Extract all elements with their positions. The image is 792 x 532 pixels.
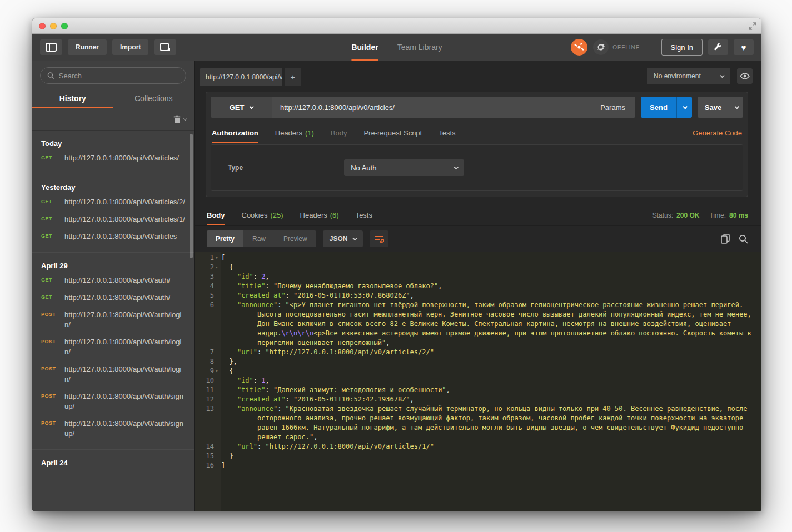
status-badge: 200 OK bbox=[676, 212, 699, 219]
fullscreen-icon[interactable] bbox=[748, 22, 757, 31]
method-badge: GET bbox=[41, 275, 60, 285]
history-item[interactable]: POSThttp://127.0.0.1:8000/api/v0/auth/lo… bbox=[41, 337, 185, 357]
toggle-sidebar-button[interactable] bbox=[40, 39, 62, 55]
method-badge: POST bbox=[41, 310, 60, 330]
environment-select[interactable]: No environment bbox=[647, 68, 730, 84]
history-item[interactable]: GEThttp://127.0.0.1:8000/api/v0/articles bbox=[41, 232, 185, 242]
request-builder: GET http://127.0.0.1:8000/api/v0/article… bbox=[206, 92, 748, 197]
code-text: } bbox=[221, 451, 761, 461]
code-text: "id": 1, bbox=[221, 376, 761, 385]
save-options-button[interactable] bbox=[729, 97, 743, 118]
tab-request-tests[interactable]: Tests bbox=[439, 122, 455, 143]
interceptor-button[interactable] bbox=[571, 39, 587, 56]
code-text: { bbox=[221, 367, 761, 376]
mode-preview[interactable]: Preview bbox=[275, 230, 316, 247]
mode-raw[interactable]: Raw bbox=[243, 230, 275, 247]
auth-type-value: No Auth bbox=[351, 164, 376, 172]
close-window-button[interactable] bbox=[39, 23, 46, 29]
fold-arrow-icon[interactable]: ▾ bbox=[214, 253, 220, 263]
code-line: 8 }, bbox=[195, 357, 761, 367]
offline-toggle[interactable]: OFFLINE bbox=[593, 39, 640, 55]
open-request-tab[interactable]: http://127.0.0.1:8000/api/v bbox=[200, 68, 282, 86]
history-item[interactable]: POSThttp://127.0.0.1:8000/api/v0/auth/si… bbox=[41, 419, 185, 439]
new-window-button[interactable] bbox=[154, 39, 176, 55]
search-response-icon[interactable] bbox=[739, 234, 748, 244]
auth-type-select[interactable]: No Auth bbox=[344, 159, 464, 176]
tab-builder[interactable]: Builder bbox=[351, 34, 378, 61]
fold-arrow-icon[interactable]: ▾ bbox=[214, 367, 220, 376]
tab-prerequest-script[interactable]: Pre-request Script bbox=[363, 122, 422, 143]
code-text: "title": "Далекий азимут: методология и … bbox=[221, 385, 761, 395]
headers-label: Headers bbox=[275, 129, 302, 137]
zoom-window-button[interactable] bbox=[61, 23, 68, 29]
line-number: 8 bbox=[195, 357, 221, 367]
search-input[interactable] bbox=[59, 72, 179, 80]
response-meta: Status: 200 OK Time: 80 ms bbox=[652, 212, 748, 219]
tab-request-body[interactable]: Body bbox=[331, 122, 347, 143]
tab-authorization[interactable]: Authorization bbox=[212, 122, 258, 143]
send-group: Send bbox=[641, 97, 692, 118]
history-section: TodayGEThttp://127.0.0.1:8000/api/v0/art… bbox=[32, 131, 194, 174]
history-section-title: April 24 bbox=[41, 459, 185, 467]
history-item[interactable]: POSThttp://127.0.0.1:8000/api/v0/auth/lo… bbox=[41, 364, 185, 384]
mode-pretty[interactable]: Pretty bbox=[207, 230, 243, 247]
method-select[interactable]: GET bbox=[211, 97, 272, 118]
sidebar-scrollbar[interactable] bbox=[190, 134, 193, 258]
generate-code-link[interactable]: Generate Code bbox=[693, 129, 742, 137]
code-text: "title": "Почему ненаблюдаемо газопылево… bbox=[221, 282, 761, 291]
sign-in-button[interactable]: Sign In bbox=[661, 39, 703, 56]
params-button[interactable]: Params bbox=[590, 97, 635, 118]
send-button[interactable]: Send bbox=[641, 97, 676, 118]
history-item[interactable]: GEThttp://127.0.0.1:8000/api/v0/auth/ bbox=[41, 293, 185, 303]
history-item[interactable]: POSThttp://127.0.0.1:8000/api/v0/auth/si… bbox=[41, 392, 185, 411]
save-button[interactable]: Save bbox=[698, 97, 729, 118]
code-line: 4 "title": "Почему ненаблюдаемо газопыле… bbox=[195, 282, 761, 291]
fold-arrow-icon[interactable]: ▾ bbox=[214, 263, 220, 272]
tab-response-body[interactable]: Body bbox=[207, 205, 225, 225]
history-url: http://127.0.0.1:8000/api/v0/articles/2/ bbox=[64, 197, 185, 207]
wrap-text-button[interactable] bbox=[370, 230, 388, 247]
code-line: 10 "id": 1, bbox=[195, 376, 761, 385]
new-tab-button[interactable]: + bbox=[285, 68, 301, 86]
time-label: Time: bbox=[709, 212, 726, 219]
settings-button[interactable] bbox=[708, 39, 728, 55]
history-url: http://127.0.0.1:8000/api/v0/auth/login/ bbox=[64, 310, 185, 330]
main-panel: http://127.0.0.1:8000/api/v + No environ… bbox=[195, 61, 761, 511]
code-text: "created_at": "2016-05-01T10:53:07.86802… bbox=[221, 291, 761, 300]
history-section: April 29GEThttp://127.0.0.1:8000/api/v0/… bbox=[32, 253, 194, 450]
history-item[interactable]: GEThttp://127.0.0.1:8000/api/v0/auth/ bbox=[41, 275, 185, 285]
favorites-button[interactable]: ♥ bbox=[734, 39, 754, 55]
trash-icon[interactable] bbox=[173, 115, 181, 124]
runner-button[interactable]: Runner bbox=[68, 39, 107, 55]
copy-icon[interactable] bbox=[721, 234, 730, 244]
tab-history[interactable]: History bbox=[32, 89, 113, 108]
status-label: Status: bbox=[652, 212, 673, 219]
tab-collections[interactable]: Collections bbox=[113, 89, 195, 108]
tab-cookies[interactable]: Cookies (25) bbox=[242, 205, 283, 225]
url-input[interactable]: http://127.0.0.1:8000/api/v0/articles/ bbox=[272, 97, 590, 118]
history-item[interactable]: GEThttp://127.0.0.1:8000/api/v0/articles… bbox=[41, 214, 185, 224]
chevron-down-icon bbox=[454, 165, 459, 169]
code-line: 14 "url": "http://127.0.0.1:8000/api/v0/… bbox=[195, 442, 761, 451]
import-button[interactable]: Import bbox=[112, 39, 148, 55]
line-number: 12 bbox=[195, 395, 221, 404]
code-line: 3 "id": 2, bbox=[195, 272, 761, 282]
history-item[interactable]: GEThttp://127.0.0.1:8000/api/v0/articles… bbox=[41, 153, 185, 163]
code-text: "created_at": "2016-05-01T10:52:42.19367… bbox=[221, 395, 761, 404]
history-item[interactable]: POSThttp://127.0.0.1:8000/api/v0/auth/lo… bbox=[41, 310, 185, 330]
format-select[interactable]: JSON bbox=[323, 230, 363, 247]
trash-menu-chevron-icon[interactable] bbox=[183, 117, 187, 121]
tab-response-tests[interactable]: Tests bbox=[356, 205, 372, 225]
send-options-button[interactable] bbox=[676, 97, 692, 118]
line-number: 1▾ bbox=[195, 253, 221, 263]
code-line: 15 } bbox=[195, 451, 761, 461]
minimize-window-button[interactable] bbox=[50, 23, 57, 29]
environment-preview-button[interactable] bbox=[737, 68, 753, 84]
cookies-count: (25) bbox=[270, 211, 283, 219]
wrench-icon bbox=[714, 43, 723, 52]
tab-team-library[interactable]: Team Library bbox=[397, 34, 442, 61]
history-item[interactable]: GEThttp://127.0.0.1:8000/api/v0/articles… bbox=[41, 197, 185, 207]
tab-response-headers[interactable]: Headers (6) bbox=[300, 205, 339, 225]
code-line: 11 "title": "Далекий азимут: методология… bbox=[195, 385, 761, 395]
tab-request-headers[interactable]: Headers (1) bbox=[275, 122, 314, 143]
